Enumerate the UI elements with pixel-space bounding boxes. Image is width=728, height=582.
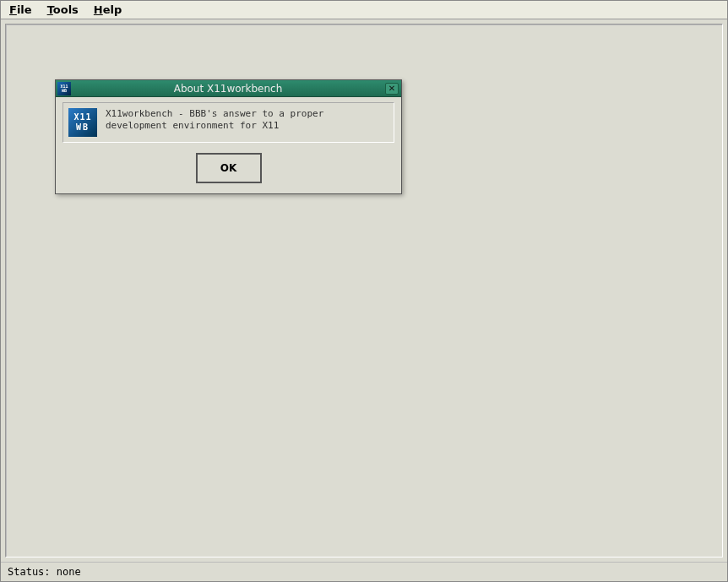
statusbar: Status: none (1, 562, 727, 581)
menu-tools-label: ools (53, 3, 79, 16)
menu-help-label: elp (103, 3, 122, 16)
app-icon: X11 WB (68, 108, 97, 137)
ok-button[interactable]: OK (196, 153, 262, 183)
about-dialog: X11 WB About X11workbench ✕ X11 WB X11wo… (55, 79, 402, 194)
close-icon: ✕ (388, 84, 395, 93)
message-box: X11 WB X11workbench - BBB's answer to a … (62, 102, 394, 143)
menu-help[interactable]: Help (94, 3, 122, 16)
dialog-message: X11workbench - BBB's answer to a proper … (106, 108, 388, 137)
menubar: File Tools Help (1, 1, 727, 19)
menu-file[interactable]: File (9, 3, 32, 16)
app-icon-line1: X11 (73, 112, 91, 122)
menu-file-label: ile (17, 3, 32, 16)
app-icon-line2: WB (76, 122, 90, 133)
dialog-titlebar[interactable]: X11 WB About X11workbench ✕ (56, 80, 401, 97)
close-button[interactable]: ✕ (385, 83, 399, 95)
menu-tools[interactable]: Tools (47, 3, 79, 16)
button-row: OK (62, 153, 394, 183)
dialog-title: About X11workbench (71, 83, 385, 95)
status-text: Status: none (8, 566, 81, 578)
app-icon-small: X11 WB (57, 82, 71, 95)
dialog-body: X11 WB X11workbench - BBB's answer to a … (56, 97, 401, 193)
